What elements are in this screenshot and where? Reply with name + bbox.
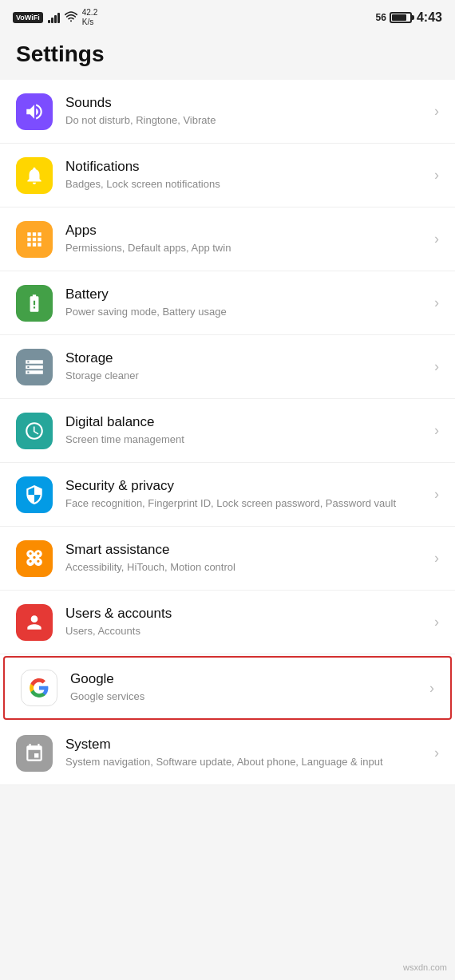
watermark: wsxdn.com	[403, 962, 447, 972]
battery-subtitle: Power saving mode, Battery usage	[65, 305, 428, 319]
page-title: Settings	[16, 41, 439, 67]
settings-list: Sounds Do not disturb, Ringtone, Vibrate…	[0, 80, 455, 785]
battery-level: 56	[376, 12, 386, 23]
storage-text: Storage Storage cleaner	[65, 350, 428, 383]
settings-item-security-privacy[interactable]: Security & privacy Face recognition, Fin…	[0, 463, 455, 527]
settings-item-google[interactable]: Google Google services ›	[3, 656, 452, 720]
smart-assistance-subtitle: Accessibility, HiTouch, Motion control	[65, 560, 428, 575]
signal-bar-3	[54, 15, 57, 23]
digital-balance-chevron: ›	[434, 422, 439, 439]
apps-text: Apps Permissions, Default apps, App twin	[65, 223, 428, 255]
settings-item-notifications[interactable]: Notifications Badges, Lock screen notifi…	[0, 144, 455, 207]
digital-balance-text: Digital balance Screen time management	[65, 414, 428, 447]
wifi-icon	[65, 11, 77, 25]
notifications-subtitle: Badges, Lock screen notifications	[65, 177, 428, 192]
battery-icon	[390, 12, 412, 23]
vowifi-indicator: VoWiFi	[13, 12, 43, 23]
smart-assistance-title: Smart assistance	[65, 542, 428, 558]
sounds-title: Sounds	[65, 95, 428, 111]
battery-chevron: ›	[434, 294, 439, 311]
storage-icon-container	[16, 349, 53, 385]
users-accounts-text: Users & accounts Users, Accounts	[65, 606, 428, 638]
notifications-chevron: ›	[434, 167, 439, 184]
google-title: Google	[70, 671, 423, 687]
storage-title: Storage	[65, 350, 428, 366]
users-icon-container	[16, 604, 53, 641]
smart-assistance-text: Smart assistance Accessibility, HiTouch,…	[65, 542, 428, 575]
settings-item-system[interactable]: System System navigation, Software updat…	[0, 721, 455, 785]
svg-point-0	[70, 20, 72, 22]
sounds-subtitle: Do not disturb, Ringtone, Vibrate	[65, 113, 428, 128]
signal-bar-1	[48, 20, 50, 23]
status-left: VoWiFi 42.2K/s	[13, 8, 97, 27]
sounds-icon-container	[16, 93, 53, 130]
notifications-text: Notifications Badges, Lock screen notifi…	[65, 159, 428, 192]
users-accounts-chevron: ›	[434, 614, 439, 630]
smart-assistance-icon-container	[16, 540, 53, 577]
notifications-title: Notifications	[65, 159, 428, 175]
security-text: Security & privacy Face recognition, Fin…	[65, 478, 428, 511]
battery-indicator: 56	[376, 12, 412, 23]
settings-item-storage[interactable]: Storage Storage cleaner ›	[0, 335, 455, 399]
google-chevron: ›	[429, 680, 434, 697]
battery-text: Battery Power saving mode, Battery usage	[65, 286, 428, 319]
apps-chevron: ›	[434, 231, 439, 247]
notifications-icon-container	[16, 157, 53, 194]
google-icon-container	[21, 670, 57, 706]
digital-balance-subtitle: Screen time management	[65, 433, 428, 447]
google-text: Google Google services	[70, 671, 423, 704]
security-subtitle: Face recognition, Fingerprint ID, Lock s…	[65, 496, 428, 511]
settings-item-apps[interactable]: Apps Permissions, Default apps, App twin…	[0, 207, 455, 271]
sounds-text: Sounds Do not disturb, Ringtone, Vibrate	[65, 95, 428, 128]
status-right: 56 4:43	[376, 10, 442, 25]
settings-item-smart-assistance[interactable]: Smart assistance Accessibility, HiTouch,…	[0, 527, 455, 591]
users-accounts-title: Users & accounts	[65, 606, 428, 622]
digital-balance-icon-container	[16, 413, 53, 449]
settings-item-users-accounts[interactable]: Users & accounts Users, Accounts ›	[0, 591, 455, 654]
digital-balance-title: Digital balance	[65, 414, 428, 430]
system-text: System System navigation, Software updat…	[65, 737, 428, 769]
signal-bar-4	[57, 13, 60, 23]
page-header: Settings	[0, 32, 455, 80]
security-chevron: ›	[434, 486, 439, 503]
settings-item-digital-balance[interactable]: Digital balance Screen time management ›	[0, 399, 455, 463]
google-subtitle: Google services	[70, 690, 423, 704]
system-subtitle: System navigation, Software update, Abou…	[65, 755, 428, 769]
storage-subtitle: Storage cleaner	[65, 369, 428, 383]
battery-title: Battery	[65, 286, 428, 302]
apps-title: Apps	[65, 223, 428, 239]
security-title: Security & privacy	[65, 478, 428, 494]
signal-bars	[48, 12, 60, 23]
battery-icon-container	[16, 285, 53, 322]
battery-fill	[392, 14, 406, 21]
clock: 4:43	[417, 10, 442, 25]
status-bar: VoWiFi 42.2K/s 56 4:43	[0, 0, 455, 32]
settings-item-sounds[interactable]: Sounds Do not disturb, Ringtone, Vibrate…	[0, 80, 455, 144]
settings-item-battery[interactable]: Battery Power saving mode, Battery usage…	[0, 271, 455, 335]
system-title: System	[65, 737, 428, 753]
system-icon-container	[16, 735, 53, 772]
smart-assistance-chevron: ›	[434, 550, 439, 567]
apps-icon-container	[16, 221, 53, 258]
security-icon-container	[16, 476, 53, 513]
signal-bar-2	[51, 18, 53, 23]
sounds-chevron: ›	[434, 103, 439, 120]
system-chevron: ›	[434, 745, 439, 761]
users-accounts-subtitle: Users, Accounts	[65, 624, 428, 638]
network-speed: 42.2K/s	[82, 8, 97, 27]
storage-chevron: ›	[434, 358, 439, 375]
apps-subtitle: Permissions, Default apps, App twin	[65, 241, 428, 255]
